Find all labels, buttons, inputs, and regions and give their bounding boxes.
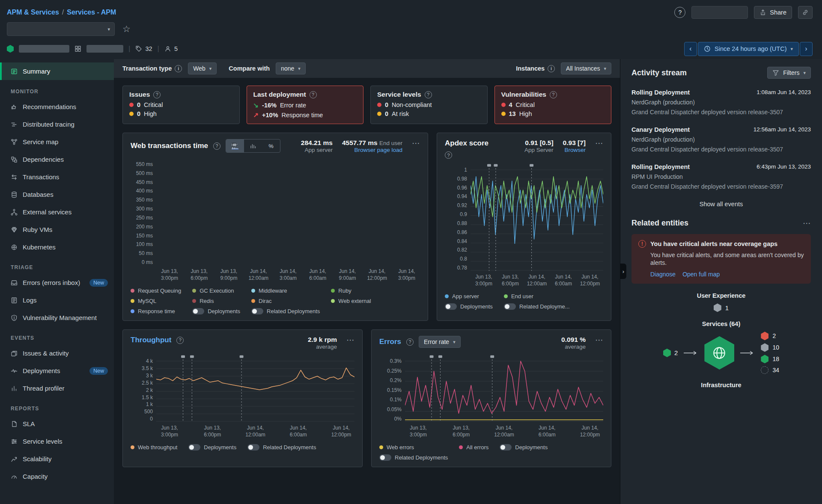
sidebar-item-summary[interactable]: Summary [0,62,114,80]
sidebar-item-service-map[interactable]: Service map [0,133,114,151]
sidebar-item-dependencies[interactable]: Dependencies [0,151,114,168]
filters-button[interactable]: Filters▾ [767,67,811,79]
legend-item-web-external[interactable]: Web external [331,298,371,304]
activity-event[interactable]: Canary Deployment12:56am Jun 14, 2023Ner… [631,126,811,154]
card-menu-button[interactable]: ⋯ [595,139,603,147]
sidebar-item-kubernetes[interactable]: Kubernetes [0,238,114,256]
time-range-dropdown[interactable]: Since 24 hours ago (UTC) ▾ [698,42,799,56]
sidebar-item-capacity[interactable]: Capacity [0,468,114,485]
legend-item-request-queuing[interactable]: Request Queuing [131,288,181,294]
open-full-map-link[interactable]: Open full map [682,271,720,278]
legend-item-app-server[interactable]: App server [445,293,493,299]
legend-item-deployments[interactable]: Deployments [500,444,548,451]
chart-plot[interactable] [156,157,420,265]
legend-item-response-time[interactable]: Response time [131,308,181,314]
kpi-card-service-levels[interactable]: Service levels?0Non-compliant0At risk [370,86,488,124]
card-menu-button[interactable]: ⋯ [346,336,354,344]
sidebar-item-errors-inbox[interactable]: Errors (errors inbox)New [0,274,114,291]
browser-link[interactable]: Browser [563,147,586,153]
help-icon[interactable]: ? [176,337,184,344]
info-icon[interactable]: i [548,65,555,72]
entity-picker-dropdown[interactable]: ▾ [7,22,115,36]
downstream-service-group[interactable]: 2 [761,332,779,340]
legend-item-all-errors[interactable]: All errors [459,444,488,451]
sidebar-item-thread-profiler[interactable]: Thread profiler [0,379,114,397]
breadcrumb-services-apm[interactable]: Services - APM [67,9,116,16]
legend-item-deployments[interactable]: Deployments [445,303,493,310]
legend-item-mysql[interactable]: MySQL [131,298,181,304]
info-icon[interactable]: i [175,65,182,72]
profiles-count[interactable]: 5 [164,45,178,52]
help-button[interactable]: ? [674,7,685,18]
transaction-type-dropdown[interactable]: Web▾ [188,62,217,74]
browser-page-load-link[interactable]: Browser page load [342,147,402,153]
help-icon[interactable]: ? [550,91,557,98]
downstream-service-group[interactable]: 18 [761,355,779,363]
help-icon[interactable]: ? [153,91,161,98]
toggle-switch[interactable] [251,308,263,314]
sidebar-item-deployments[interactable]: DeploymentsNew [0,362,114,379]
bar-chart-toggle[interactable] [244,139,262,152]
legend-item-gc-execution[interactable]: GC Execution [192,288,240,294]
sidebar-item-service-levels[interactable]: Service levels [0,433,114,450]
toggle-switch[interactable] [247,444,259,451]
sidebar-item-issues-activity[interactable]: Issues & activity [0,344,114,362]
card-menu-button[interactable]: ⋯ [412,139,420,147]
help-icon[interactable]: ? [213,142,220,150]
sidebar-item-transactions[interactable]: Transactions [0,168,114,186]
legend-item-end-user[interactable]: End user [504,293,570,299]
legend-item-middleware[interactable]: Middleware [251,288,320,294]
legend-item-web-throughput[interactable]: Web throughput [131,444,177,451]
toggle-switch[interactable] [500,444,512,451]
help-icon[interactable]: ? [406,338,414,346]
toggle-switch[interactable] [188,444,200,451]
compare-with-dropdown[interactable]: none▾ [276,62,306,74]
breadcrumb-apm-services[interactable]: APM & Services [7,9,59,16]
current-service-hexagon[interactable] [704,336,734,370]
toggle-switch[interactable] [379,454,391,461]
error-rate-dropdown[interactable]: Error rate▾ [419,336,461,348]
legend-item-related-deployments[interactable]: Related Deployments [247,444,316,451]
legend-item-dirac[interactable]: Dirac [251,298,320,304]
sidebar-item-logs[interactable]: Logs [0,291,114,309]
chart-plot[interactable] [156,354,354,422]
tags-count[interactable]: 32 [135,45,152,52]
legend-item-related-deployments[interactable]: Related Deployments [379,454,448,461]
chart-title[interactable]: Throughput [131,336,171,344]
chart-plot[interactable] [405,354,603,422]
sidebar-item-external-services[interactable]: External services [0,203,114,221]
time-back-button[interactable]: ‹ [684,42,697,56]
legend-item-deployments[interactable]: Deployments [188,444,236,451]
legend-item-web-errors[interactable]: Web errors [379,444,448,451]
kpi-card-last-deployment[interactable]: Last deployment?↘-16%Error rate↗+10%Resp… [247,86,364,124]
sidebar-item-sla[interactable]: SLA [0,415,114,433]
chart-title[interactable]: Errors [379,338,401,346]
copy-link-button[interactable] [798,6,813,19]
sidebar-item-vulnerability-management[interactable]: Vulnerability Management [0,309,114,326]
legend-item-related-deployments[interactable]: Related Deployments [251,308,320,314]
toggle-switch[interactable] [445,303,457,310]
legend-item-related-deployme-[interactable]: Related Deployme... [504,303,570,310]
help-icon[interactable]: ? [425,91,432,98]
favorite-star-icon[interactable]: ☆ [122,24,131,34]
sidebar-item-distributed-tracing[interactable]: Distributed tracing [0,116,114,133]
downstream-service-group[interactable]: 34 [761,366,779,374]
instances-dropdown[interactable]: All Instances▾ [561,62,611,74]
toggle-switch[interactable] [192,308,204,314]
collapse-panel-handle[interactable]: › [620,264,626,279]
legend-item-redis[interactable]: Redis [192,298,240,304]
downstream-service-group[interactable]: 10 [761,343,779,352]
area-chart-toggle[interactable] [226,139,244,152]
sidebar-item-ruby-vms[interactable]: Ruby VMs [0,221,114,238]
share-button[interactable]: Share [754,6,792,19]
time-forward-button[interactable]: › [800,42,813,56]
toggle-switch[interactable] [504,303,516,310]
legend-item-deployments[interactable]: Deployments [192,308,240,314]
show-all-events-link[interactable]: Show all events [631,201,811,208]
help-icon[interactable]: ? [310,91,317,98]
percent-chart-toggle[interactable]: % [262,139,280,152]
upstream-service-node[interactable]: 2 [663,349,678,357]
kpi-card-issues[interactable]: Issues?0Critical0High [122,86,240,124]
diagnose-link[interactable]: Diagnose [650,271,676,278]
activity-event[interactable]: Rolling Deployment1:08am Jun 14, 2023Ner… [631,89,811,116]
